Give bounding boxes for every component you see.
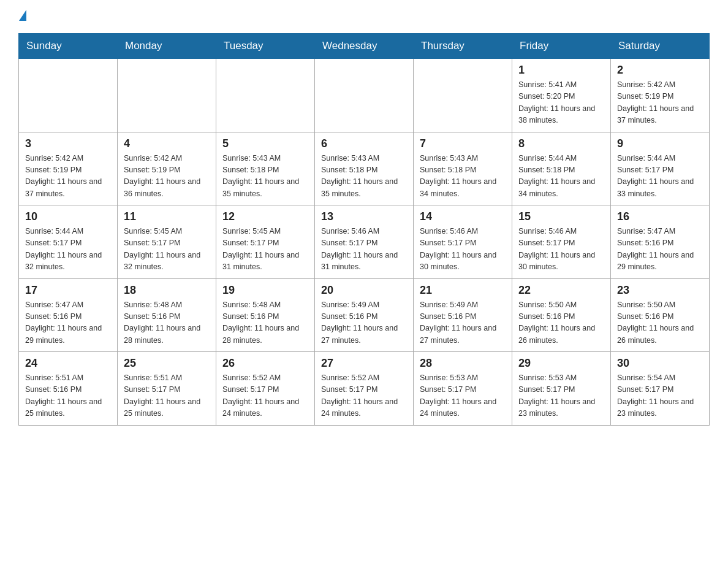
page-header	[18, 12, 710, 21]
day-info: Sunrise: 5:48 AMSunset: 5:16 PMDaylight:…	[222, 299, 308, 347]
weekday-header-wednesday: Wednesday	[315, 34, 414, 59]
day-number: 3	[25, 137, 111, 150]
calendar-day	[19, 59, 118, 132]
day-info: Sunrise: 5:54 AMSunset: 5:17 PMDaylight:…	[617, 372, 703, 420]
day-info: Sunrise: 5:46 AMSunset: 5:17 PMDaylight:…	[420, 226, 506, 274]
day-number: 4	[124, 137, 210, 150]
day-number: 18	[124, 284, 210, 297]
logo-arrow-icon	[19, 10, 26, 21]
calendar-day: 8Sunrise: 5:44 AMSunset: 5:18 PMDaylight…	[512, 132, 611, 205]
calendar-day: 23Sunrise: 5:50 AMSunset: 5:16 PMDayligh…	[611, 278, 710, 352]
day-number: 27	[321, 357, 407, 370]
calendar-day	[118, 59, 216, 132]
day-number: 22	[518, 284, 604, 297]
day-number: 5	[222, 137, 308, 150]
calendar-day: 14Sunrise: 5:46 AMSunset: 5:17 PMDayligh…	[414, 205, 512, 279]
calendar-day: 4Sunrise: 5:42 AMSunset: 5:19 PMDaylight…	[118, 132, 216, 205]
day-number: 16	[617, 210, 703, 223]
day-info: Sunrise: 5:44 AMSunset: 5:18 PMDaylight:…	[518, 153, 604, 201]
weekday-header-sunday: Sunday	[19, 34, 118, 59]
weekday-header-tuesday: Tuesday	[216, 34, 315, 59]
calendar-day: 20Sunrise: 5:49 AMSunset: 5:16 PMDayligh…	[315, 278, 414, 352]
day-number: 29	[518, 357, 604, 370]
calendar-day: 3Sunrise: 5:42 AMSunset: 5:19 PMDaylight…	[19, 132, 118, 205]
day-number: 25	[124, 357, 210, 370]
weekday-header-friday: Friday	[512, 34, 611, 59]
day-info: Sunrise: 5:45 AMSunset: 5:17 PMDaylight:…	[222, 226, 308, 274]
calendar-day: 29Sunrise: 5:53 AMSunset: 5:17 PMDayligh…	[512, 352, 611, 426]
day-info: Sunrise: 5:46 AMSunset: 5:17 PMDaylight:…	[321, 226, 407, 274]
day-number: 2	[617, 64, 703, 77]
day-number: 8	[518, 137, 604, 150]
day-info: Sunrise: 5:49 AMSunset: 5:16 PMDaylight:…	[321, 299, 407, 347]
day-info: Sunrise: 5:42 AMSunset: 5:19 PMDaylight:…	[124, 153, 210, 201]
calendar-day	[414, 59, 512, 132]
day-info: Sunrise: 5:47 AMSunset: 5:16 PMDaylight:…	[617, 226, 703, 274]
day-number: 23	[617, 284, 703, 297]
day-number: 30	[617, 357, 703, 370]
day-info: Sunrise: 5:46 AMSunset: 5:17 PMDaylight:…	[518, 226, 604, 274]
calendar-day: 9Sunrise: 5:44 AMSunset: 5:17 PMDaylight…	[611, 132, 710, 205]
day-info: Sunrise: 5:51 AMSunset: 5:17 PMDaylight:…	[124, 372, 210, 420]
calendar-week-4: 24Sunrise: 5:51 AMSunset: 5:16 PMDayligh…	[19, 352, 710, 426]
calendar-day: 7Sunrise: 5:43 AMSunset: 5:18 PMDaylight…	[414, 132, 512, 205]
day-info: Sunrise: 5:52 AMSunset: 5:17 PMDaylight:…	[321, 372, 407, 420]
calendar-day: 1Sunrise: 5:41 AMSunset: 5:20 PMDaylight…	[512, 59, 611, 132]
day-number: 7	[420, 137, 506, 150]
day-number: 19	[222, 284, 308, 297]
day-number: 11	[124, 210, 210, 223]
weekday-header-row: SundayMondayTuesdayWednesdayThursdayFrid…	[19, 34, 710, 59]
weekday-header-saturday: Saturday	[611, 34, 710, 59]
day-info: Sunrise: 5:44 AMSunset: 5:17 PMDaylight:…	[25, 226, 111, 274]
day-number: 15	[518, 210, 604, 223]
day-info: Sunrise: 5:47 AMSunset: 5:16 PMDaylight:…	[25, 299, 111, 347]
day-number: 14	[420, 210, 506, 223]
calendar-day: 11Sunrise: 5:45 AMSunset: 5:17 PMDayligh…	[118, 205, 216, 279]
day-info: Sunrise: 5:48 AMSunset: 5:16 PMDaylight:…	[124, 299, 210, 347]
calendar-day: 21Sunrise: 5:49 AMSunset: 5:16 PMDayligh…	[414, 278, 512, 352]
calendar-day: 27Sunrise: 5:52 AMSunset: 5:17 PMDayligh…	[315, 352, 414, 426]
calendar-day: 5Sunrise: 5:43 AMSunset: 5:18 PMDaylight…	[216, 132, 315, 205]
calendar-day: 6Sunrise: 5:43 AMSunset: 5:18 PMDaylight…	[315, 132, 414, 205]
logo	[18, 12, 26, 21]
day-number: 12	[222, 210, 308, 223]
calendar-week-1: 3Sunrise: 5:42 AMSunset: 5:19 PMDaylight…	[19, 132, 710, 205]
calendar-table: SundayMondayTuesdayWednesdayThursdayFrid…	[18, 33, 710, 426]
day-info: Sunrise: 5:50 AMSunset: 5:16 PMDaylight:…	[518, 299, 604, 347]
day-info: Sunrise: 5:51 AMSunset: 5:16 PMDaylight:…	[25, 372, 111, 420]
day-number: 10	[25, 210, 111, 223]
calendar-day: 24Sunrise: 5:51 AMSunset: 5:16 PMDayligh…	[19, 352, 118, 426]
calendar-day: 2Sunrise: 5:42 AMSunset: 5:19 PMDaylight…	[611, 59, 710, 132]
calendar-day	[315, 59, 414, 132]
day-info: Sunrise: 5:52 AMSunset: 5:17 PMDaylight:…	[222, 372, 308, 420]
day-info: Sunrise: 5:50 AMSunset: 5:16 PMDaylight:…	[617, 299, 703, 347]
calendar-day: 15Sunrise: 5:46 AMSunset: 5:17 PMDayligh…	[512, 205, 611, 279]
calendar-day: 13Sunrise: 5:46 AMSunset: 5:17 PMDayligh…	[315, 205, 414, 279]
day-number: 21	[420, 284, 506, 297]
day-number: 6	[321, 137, 407, 150]
day-info: Sunrise: 5:42 AMSunset: 5:19 PMDaylight:…	[25, 153, 111, 201]
calendar-day: 18Sunrise: 5:48 AMSunset: 5:16 PMDayligh…	[118, 278, 216, 352]
calendar-week-3: 17Sunrise: 5:47 AMSunset: 5:16 PMDayligh…	[19, 278, 710, 352]
calendar-day: 12Sunrise: 5:45 AMSunset: 5:17 PMDayligh…	[216, 205, 315, 279]
weekday-header-thursday: Thursday	[414, 34, 512, 59]
day-info: Sunrise: 5:45 AMSunset: 5:17 PMDaylight:…	[124, 226, 210, 274]
calendar-body: 1Sunrise: 5:41 AMSunset: 5:20 PMDaylight…	[19, 59, 710, 426]
calendar-day: 10Sunrise: 5:44 AMSunset: 5:17 PMDayligh…	[19, 205, 118, 279]
calendar-day: 19Sunrise: 5:48 AMSunset: 5:16 PMDayligh…	[216, 278, 315, 352]
day-number: 1	[518, 64, 604, 77]
day-info: Sunrise: 5:43 AMSunset: 5:18 PMDaylight:…	[222, 153, 308, 201]
calendar-week-0: 1Sunrise: 5:41 AMSunset: 5:20 PMDaylight…	[19, 59, 710, 132]
day-number: 9	[617, 137, 703, 150]
day-info: Sunrise: 5:53 AMSunset: 5:17 PMDaylight:…	[420, 372, 506, 420]
day-info: Sunrise: 5:42 AMSunset: 5:19 PMDaylight:…	[617, 79, 703, 127]
day-info: Sunrise: 5:41 AMSunset: 5:20 PMDaylight:…	[518, 79, 604, 127]
day-info: Sunrise: 5:49 AMSunset: 5:16 PMDaylight:…	[420, 299, 506, 347]
day-number: 28	[420, 357, 506, 370]
calendar-day	[216, 59, 315, 132]
calendar-day: 30Sunrise: 5:54 AMSunset: 5:17 PMDayligh…	[611, 352, 710, 426]
calendar-day: 28Sunrise: 5:53 AMSunset: 5:17 PMDayligh…	[414, 352, 512, 426]
calendar-day: 26Sunrise: 5:52 AMSunset: 5:17 PMDayligh…	[216, 352, 315, 426]
day-info: Sunrise: 5:44 AMSunset: 5:17 PMDaylight:…	[617, 153, 703, 201]
day-number: 13	[321, 210, 407, 223]
